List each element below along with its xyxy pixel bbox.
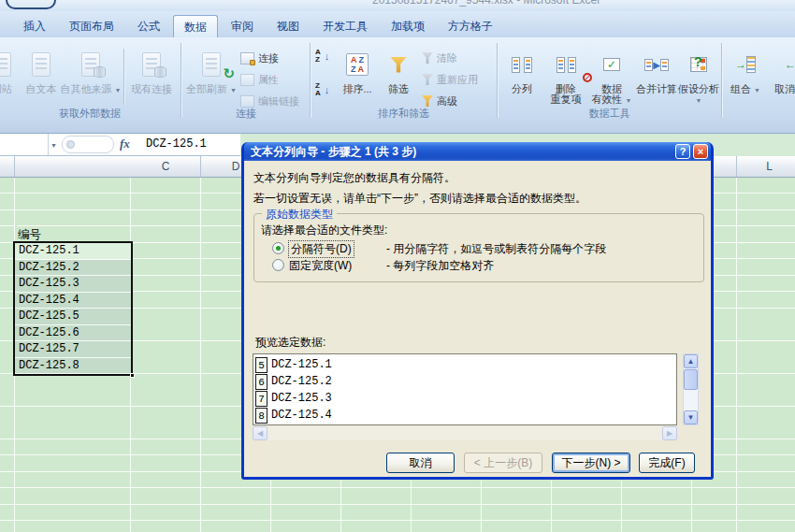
dropdown-arrow-icon: ▼ — [696, 97, 702, 104]
selected-cell[interactable]: DCZ-125.3 — [15, 276, 131, 293]
tab-insert[interactable]: 插入 — [13, 15, 56, 37]
dialog-titlebar[interactable]: 文本分列向导 - 步骤之 1 (共 3 步) ? × — [244, 142, 711, 161]
preview-row-value: DCZ-125.4 — [271, 409, 332, 422]
selected-cell[interactable]: DCZ-125.2 — [15, 260, 131, 277]
sort-ascending-button[interactable]: AZ ↓ — [315, 47, 329, 65]
ungroup-button[interactable]: ← 取消组合 — [766, 49, 795, 94]
from-web-button[interactable]: 网站 — [0, 49, 17, 94]
tab-view[interactable]: 视图 — [267, 15, 310, 37]
properties-button[interactable]: 属性 — [240, 70, 279, 89]
next-button[interactable]: 下一步(N) > — [552, 453, 630, 473]
group-outline: → 组合 ▼ ← 取消组合 — [723, 41, 795, 127]
from-text-button[interactable]: 自文本 — [22, 49, 60, 94]
preview-row: 7 DCZ-125.3 — [255, 390, 332, 407]
selected-cell[interactable]: DCZ-125.6 — [15, 325, 131, 342]
preview-row-number: 5 — [255, 357, 267, 373]
sort-za-icon: ZA — [315, 82, 321, 97]
column-header-c[interactable]: C — [131, 156, 201, 177]
button-separator — [123, 49, 124, 105]
tab-formulas[interactable]: 公式 — [127, 15, 170, 37]
edit-links-icon — [240, 95, 254, 108]
back-button[interactable]: < 上一步(B) — [464, 453, 542, 473]
text-to-columns-button[interactable]: 分列 — [502, 49, 542, 94]
dropdown-arrow-icon: ▼ — [230, 87, 237, 93]
delimited-radio-label[interactable]: 分隔符号(D) — [289, 241, 354, 257]
advanced-filter-icon — [422, 95, 433, 107]
fixed-width-radio[interactable] — [272, 259, 284, 271]
preview-horizontal-scrollbar[interactable]: ◀ ▶ — [253, 426, 677, 440]
from-other-sources-icon — [81, 52, 100, 77]
what-if-analysis-button[interactable]: ? 假设分析 ▼ — [678, 49, 719, 105]
finish-button[interactable]: 完成(F) — [639, 453, 695, 473]
fill-handle[interactable] — [130, 373, 135, 378]
connections-button[interactable]: 连接 — [240, 49, 279, 67]
selected-cell[interactable]: DCZ-125.7 — [15, 341, 131, 358]
preview-vertical-scrollbar[interactable]: ▲ ▼ — [683, 353, 699, 425]
tab-data[interactable]: 数据 — [173, 15, 218, 37]
tab-page-layout[interactable]: 页面布局 — [59, 15, 124, 37]
properties-icon — [240, 74, 254, 86]
tab-review[interactable]: 审阅 — [221, 15, 264, 37]
name-box-dropdown-icon[interactable]: ▼ — [51, 142, 57, 149]
scroll-up-button[interactable]: ▲ — [684, 354, 698, 368]
file-type-prompt: 请选择最合适的文件类型: — [261, 223, 387, 238]
group-button[interactable]: → 组合 ▼ — [727, 49, 764, 94]
remove-duplicates-button[interactable]: 删除 重复项 — [543, 49, 588, 105]
sort-descending-button[interactable]: ZA ↓ — [315, 80, 329, 99]
from-other-sources-button[interactable]: 自其他来源 ▼ — [60, 49, 122, 94]
group-label-get-external: 获取外部数据 — [0, 107, 180, 121]
remove-duplicates-icon — [543, 49, 588, 80]
scrollbar-thumb[interactable] — [684, 369, 698, 390]
scroll-left-button[interactable]: ◀ — [253, 426, 267, 440]
dropdown-arrow-icon: ▼ — [754, 87, 760, 93]
cancel-button[interactable]: 取消 — [386, 453, 455, 473]
existing-connections-button[interactable]: 现有连接 — [125, 49, 178, 94]
group-separator — [181, 43, 181, 118]
reapply-button[interactable]: 重新应用 — [422, 70, 478, 89]
tab-addins[interactable]: 加载项 — [381, 15, 435, 37]
dialog-body: 文本分列向导判定您的数据具有分隔符。 若一切设置无误，请单击“下一步”，否则请选… — [244, 161, 711, 477]
sort-dialog-icon: A Z Z A — [346, 53, 369, 76]
insert-function-icon[interactable]: fx — [120, 137, 130, 151]
fixed-width-radio-label[interactable]: 固定宽度(W) — [289, 258, 352, 274]
dialog-intro-line2: 若一切设置无误，请单击“下一步”，否则请选择最合适的数据类型。 — [253, 191, 586, 207]
active-cell[interactable]: DCZ-125.1 — [15, 243, 131, 260]
consolidate-button[interactable]: ▶ 合并计算 — [635, 49, 678, 94]
clear-filter-button[interactable]: 清除 — [422, 49, 457, 67]
filter-funnel-icon — [390, 57, 407, 73]
ribbon-tab-strip: 插入 页面布局 公式 数据 审阅 视图 开发工具 加载项 方方格子 — [0, 11, 795, 37]
selected-cell[interactable]: DCZ-125.4 — [15, 293, 131, 309]
dialog-help-button[interactable]: ? — [675, 144, 690, 159]
dialog-close-button[interactable]: × — [693, 144, 708, 159]
sort-button[interactable]: A Z Z A 排序... — [338, 49, 377, 94]
group-label-data-tools: 数据工具 — [499, 107, 720, 121]
tab-developer[interactable]: 开发工具 — [312, 15, 378, 37]
preview-row-value: DCZ-125.1 — [271, 358, 332, 371]
formula-bar-value[interactable]: DCZ-125.1 — [146, 137, 207, 151]
tab-ffcell[interactable]: 方方格子 — [438, 15, 503, 37]
connections-icon — [240, 52, 254, 65]
from-text-icon — [32, 52, 51, 77]
group-sort-filter: AZ ↓ ZA ↓ A Z Z A 排序... — [311, 41, 496, 127]
refresh-all-button[interactable]: ↻ 全部刷新 ▼ — [186, 49, 237, 94]
dialog-intro-line1: 文本分列向导判定您的数据具有分隔符。 — [253, 170, 455, 186]
filter-button[interactable]: 筛选 — [379, 49, 418, 94]
preview-row-value: DCZ-125.3 — [271, 392, 332, 405]
name-box[interactable] — [0, 134, 49, 155]
selected-cell[interactable]: DCZ-125.8 — [15, 358, 131, 375]
scroll-down-button[interactable]: ▼ — [684, 410, 698, 424]
delimited-radio[interactable] — [272, 242, 284, 254]
group-separator — [310, 43, 311, 118]
column-header-l[interactable]: L — [737, 156, 795, 177]
preview-row: 8 DCZ-125.4 — [255, 407, 332, 424]
excel-window: 20150815172467_9544.xlsx - Microsoft Exc… — [0, 0, 795, 532]
from-web-icon — [0, 52, 11, 77]
column-header-a-sliver[interactable] — [0, 156, 15, 177]
selected-cell[interactable]: DCZ-125.5 — [15, 309, 131, 325]
preview-row-number: 8 — [255, 408, 267, 424]
selected-range[interactable]: DCZ-125.1 DCZ-125.2 DCZ-125.3 DCZ-125.4 … — [13, 241, 133, 376]
gridline — [200, 178, 201, 532]
data-preview-box[interactable]: 5 DCZ-125.1 6 DCZ-125.2 7 DCZ-125.3 8 DC… — [253, 353, 677, 425]
data-validation-button[interactable]: ✓ 数据 有效性 ▼ — [590, 49, 633, 105]
scroll-right-button[interactable]: ▶ — [662, 426, 677, 440]
